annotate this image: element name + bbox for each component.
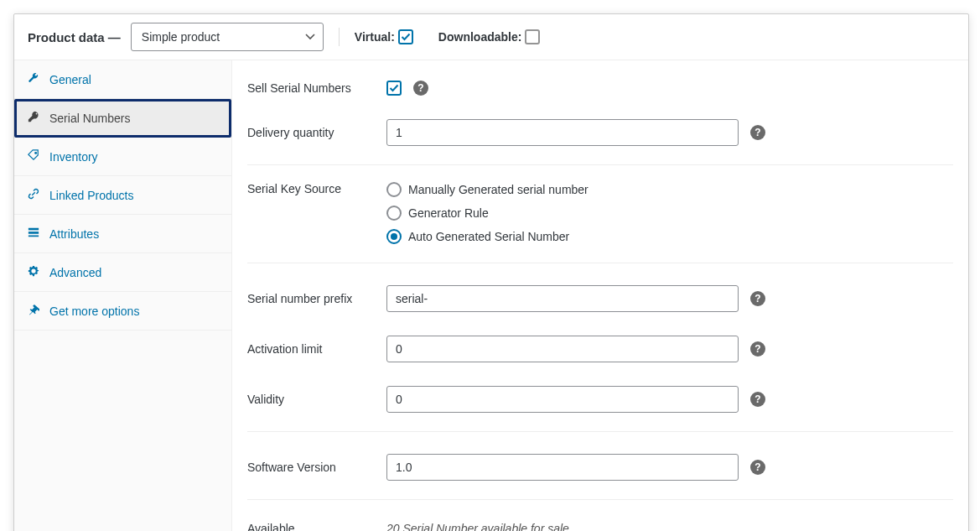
product-data-panel: Product data — Simple product Virtual: D… <box>13 13 969 531</box>
field-control: ? <box>386 285 765 312</box>
radio-auto-generated[interactable]: Auto Generated Serial Number <box>386 229 589 244</box>
link-icon <box>28 188 41 202</box>
tag-icon <box>28 149 41 164</box>
pin-icon <box>28 304 41 318</box>
help-icon[interactable]: ? <box>750 291 765 306</box>
field-delivery-quantity: Delivery quantity ? <box>247 107 953 165</box>
serial-source-radio-group: Manually Generated serial number Generat… <box>386 182 589 244</box>
divider <box>339 28 340 46</box>
help-icon[interactable]: ? <box>750 125 765 140</box>
field-validity: Validity ? <box>247 374 953 432</box>
svg-rect-2 <box>29 232 39 234</box>
field-label: Available <box>247 522 386 531</box>
radio-manual[interactable]: Manually Generated serial number <box>386 182 589 197</box>
field-serial-prefix: Serial number prefix ? <box>247 268 953 324</box>
tab-serial-numbers[interactable]: Serial Numbers <box>14 99 231 138</box>
field-software-version: Software Version ? <box>247 437 953 500</box>
tab-label: Advanced <box>49 266 101 279</box>
field-activation-limit: Activation limit ? <box>247 324 953 374</box>
tab-label: Inventory <box>49 150 98 164</box>
radio-icon <box>386 182 402 197</box>
panel-body: General Serial Numbers Inventory Linked … <box>14 60 968 531</box>
tab-label: Get more options <box>49 305 139 318</box>
svg-rect-3 <box>29 236 39 237</box>
validity-input[interactable] <box>386 386 739 413</box>
field-label: Validity <box>247 393 386 406</box>
wrench-icon <box>28 72 41 86</box>
field-control: ? <box>386 386 765 413</box>
field-label: Software Version <box>247 461 386 474</box>
panel-header: Product data — Simple product Virtual: D… <box>14 14 968 60</box>
tab-attributes[interactable]: Attributes <box>14 215 231 253</box>
field-label: Sell Serial Numbers <box>247 81 386 95</box>
sell-serial-checkbox[interactable] <box>386 81 402 96</box>
radio-label: Generator Rule <box>408 206 489 220</box>
help-icon[interactable]: ? <box>750 341 765 357</box>
radio-generator-rule[interactable]: Generator Rule <box>386 206 589 221</box>
field-label: Serial Key Source <box>247 182 386 195</box>
gear-icon <box>28 265 41 279</box>
serial-prefix-input[interactable] <box>386 285 739 312</box>
tab-label: Linked Products <box>49 189 133 202</box>
field-label: Serial number prefix <box>247 292 386 305</box>
tab-label: Attributes <box>49 227 99 241</box>
list-icon <box>28 226 41 241</box>
panel-title: Product data — <box>28 30 121 44</box>
radio-label: Manually Generated serial number <box>408 183 589 196</box>
field-label: Activation limit <box>247 342 386 356</box>
field-available: Available 20 Serial Number available for… <box>247 505 953 531</box>
field-control: ? <box>386 81 428 96</box>
field-sell-serial: Sell Serial Numbers ? <box>247 69 953 107</box>
radio-icon <box>386 206 402 221</box>
tab-linked-products[interactable]: Linked Products <box>14 176 231 215</box>
radio-label: Auto Generated Serial Number <box>408 230 569 243</box>
field-control: Manually Generated serial number Generat… <box>386 182 589 244</box>
key-icon <box>28 111 41 125</box>
radio-icon <box>386 229 402 244</box>
virtual-checkbox[interactable] <box>398 29 413 44</box>
tab-content: Sell Serial Numbers ? Delivery quantity … <box>232 60 968 531</box>
downloadable-label: Downloadable: <box>438 29 541 44</box>
help-icon[interactable]: ? <box>413 81 428 96</box>
help-icon[interactable]: ? <box>750 460 765 475</box>
field-control: ? <box>386 454 765 481</box>
tab-inventory[interactable]: Inventory <box>14 138 231 176</box>
software-version-input[interactable] <box>386 454 739 481</box>
tab-general[interactable]: General <box>14 60 231 99</box>
field-control: 20 Serial Number available for sale <box>386 522 569 531</box>
product-type-select[interactable]: Simple product <box>131 23 324 51</box>
downloadable-checkbox[interactable] <box>525 29 540 44</box>
field-control: ? <box>386 119 765 146</box>
help-icon[interactable]: ? <box>750 392 765 407</box>
product-type-select-wrap: Simple product <box>131 23 324 51</box>
field-serial-source: Serial Key Source Manually Generated ser… <box>247 170 953 263</box>
tab-advanced[interactable]: Advanced <box>14 253 231 292</box>
virtual-label: Virtual: <box>355 29 413 44</box>
tab-get-more-options[interactable]: Get more options <box>14 292 231 331</box>
delivery-quantity-input[interactable] <box>386 119 739 146</box>
tab-label: Serial Numbers <box>49 112 130 125</box>
tab-label: General <box>49 73 91 86</box>
field-control: ? <box>386 336 765 362</box>
available-note: 20 Serial Number available for sale <box>386 522 569 531</box>
product-data-tabs: General Serial Numbers Inventory Linked … <box>14 60 232 531</box>
svg-point-0 <box>35 153 37 154</box>
field-label: Delivery quantity <box>247 126 386 139</box>
activation-limit-input[interactable] <box>386 336 739 362</box>
svg-rect-1 <box>29 228 39 231</box>
